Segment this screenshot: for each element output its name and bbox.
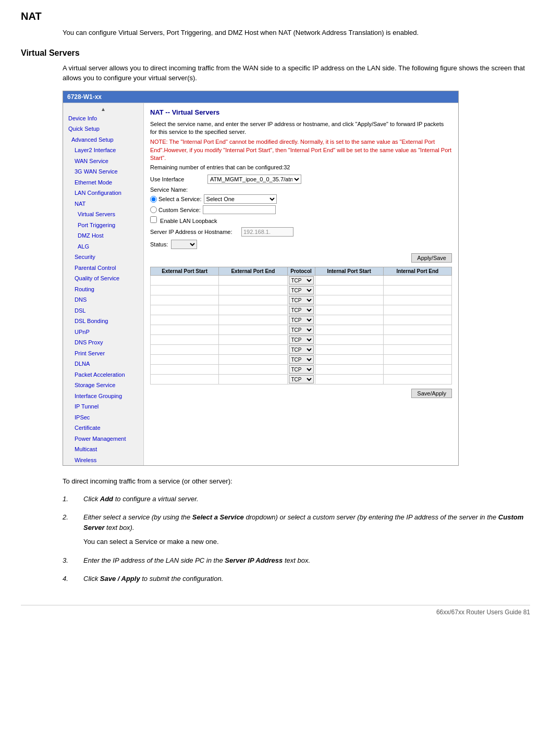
protocol-select[interactable]: TCP UDP TCP/UDP	[289, 336, 314, 344]
sidebar-item-security[interactable]: Security	[63, 252, 143, 263]
protocol-select[interactable]: TCP UDP TCP/UDP	[289, 296, 314, 304]
protocol-select[interactable]: TCP UDP TCP/UDP	[289, 286, 314, 294]
protocol-select[interactable]: TCP UDP TCP/UDP	[289, 345, 314, 354]
int-port-start-input[interactable]	[316, 347, 376, 353]
ext-port-end-input[interactable]	[220, 288, 279, 293]
sidebar-item-ip-tunnel[interactable]: IP Tunnel	[63, 401, 143, 412]
ext-port-end-input[interactable]	[220, 337, 279, 343]
protocol-select[interactable]: TCP UDP TCP/UDP	[289, 326, 314, 334]
ext-port-start-input[interactable]	[152, 288, 211, 293]
int-port-end-input[interactable]	[385, 278, 444, 283]
sidebar-item-dns-proxy[interactable]: DNS Proxy	[63, 337, 143, 348]
select-service-dropdown[interactable]: Select One	[204, 194, 277, 204]
sidebar-item-wan-service[interactable]: WAN Service	[63, 156, 143, 167]
protocol-select[interactable]: TCP UDP TCP/UDP	[289, 316, 314, 324]
ext-port-end-input[interactable]	[220, 347, 279, 353]
select-service-radio[interactable]	[150, 196, 157, 203]
use-interface-select[interactable]: ATM_MGMT_ipoe_0_0_35.7/atm0.2	[207, 175, 301, 184]
sidebar-item-nat[interactable]: NAT	[63, 199, 143, 209]
sidebar-item-alg[interactable]: ALG	[63, 241, 143, 252]
protocol-select[interactable]: TCP UDP TCP/UDP	[289, 306, 314, 314]
apply-save-button[interactable]: Apply/Save	[411, 253, 452, 263]
sidebar-item-quick-setup[interactable]: Quick Setup	[63, 123, 143, 134]
ext-port-start-input[interactable]	[152, 298, 211, 303]
int-port-start-input[interactable]	[316, 298, 376, 303]
ext-port-end-input[interactable]	[220, 307, 279, 313]
ext-port-start-input[interactable]	[152, 278, 211, 283]
sidebar-item-interface-grouping[interactable]: Interface Grouping	[63, 391, 143, 402]
ext-port-start-input[interactable]	[152, 347, 211, 353]
lan-loopback-checkbox[interactable]	[150, 216, 157, 223]
sidebar-item-certificate[interactable]: Certificate	[63, 423, 143, 433]
int-port-start-input[interactable]	[316, 327, 376, 333]
int-port-end-input[interactable]	[385, 337, 444, 343]
sidebar-item-3g-wan-service[interactable]: 3G WAN Service	[63, 166, 143, 177]
int-port-start-input[interactable]	[316, 307, 376, 313]
ext-port-end-input[interactable]	[220, 377, 279, 382]
ext-port-end-input[interactable]	[220, 357, 279, 363]
int-port-end-input[interactable]	[385, 357, 444, 363]
ext-port-end-input[interactable]	[220, 327, 279, 333]
int-port-end-input[interactable]	[385, 317, 444, 323]
ext-port-start-cell	[151, 365, 219, 375]
int-port-start-input[interactable]	[316, 377, 376, 382]
int-port-end-input[interactable]	[385, 298, 444, 303]
sidebar-item-dsl[interactable]: DSL	[63, 305, 143, 316]
int-port-start-input[interactable]	[316, 317, 376, 323]
ext-port-end-input[interactable]	[220, 298, 279, 303]
sidebar-item-ipsec[interactable]: IPSec	[63, 412, 143, 423]
ext-port-start-input[interactable]	[152, 367, 211, 373]
ext-port-end-input[interactable]	[220, 317, 279, 323]
int-port-start-input[interactable]	[316, 288, 376, 293]
int-port-end-input[interactable]	[385, 288, 444, 293]
sidebar-item-port-triggering[interactable]: Port Triggering	[63, 220, 143, 231]
ext-port-start-input[interactable]	[152, 307, 211, 313]
status-select[interactable]	[171, 240, 197, 249]
int-port-start-input[interactable]	[316, 278, 376, 283]
protocol-select[interactable]: TCP UDP TCP/UDP	[289, 375, 314, 383]
sidebar-item-power-management[interactable]: Power Management	[63, 433, 143, 444]
sidebar-item-device-info[interactable]: Device Info	[63, 113, 143, 124]
ext-port-end-input[interactable]	[220, 367, 279, 373]
sidebar-item-packet-acceleration[interactable]: Packet Acceleration	[63, 369, 143, 380]
ext-port-start-input[interactable]	[152, 357, 211, 363]
int-port-end-input[interactable]	[385, 327, 444, 333]
int-port-end-input[interactable]	[385, 377, 444, 382]
sidebar-item-advanced-setup[interactable]: Advanced Setup	[63, 134, 143, 145]
sidebar-item-dsl-bonding[interactable]: DSL Bonding	[63, 316, 143, 327]
sidebar-item-parental-control[interactable]: Parental Control	[63, 263, 143, 274]
sidebar-item-dmz-host[interactable]: DMZ Host	[63, 230, 143, 241]
save-apply-button[interactable]: Save/Apply	[411, 389, 452, 398]
sidebar-item-ethernet-mode[interactable]: Ethernet Mode	[63, 177, 143, 188]
protocol-select[interactable]: TCP UDP TCP/UDP	[289, 365, 314, 374]
protocol-select[interactable]: TCP UDP TCP/UDP	[289, 355, 314, 364]
sidebar-item-upnp[interactable]: UPnP	[63, 327, 143, 338]
ext-port-start-input[interactable]	[152, 317, 211, 323]
protocol-select[interactable]: TCP UDP TCP/UDP	[289, 276, 314, 284]
sidebar-item-storage-service[interactable]: Storage Service	[63, 380, 143, 391]
ext-port-end-input[interactable]	[220, 278, 279, 283]
intro-text: You can configure Virtual Servers, Port …	[63, 28, 530, 38]
server-ip-input[interactable]	[241, 227, 293, 237]
sidebar-item-wireless[interactable]: Wireless	[63, 455, 143, 466]
ext-port-start-input[interactable]	[152, 327, 211, 333]
int-port-start-input[interactable]	[316, 337, 376, 343]
sidebar-item-layer2-interface[interactable]: Layer2 Interface	[63, 145, 143, 156]
sidebar-item-dlna[interactable]: DLNA	[63, 358, 143, 369]
int-port-end-input[interactable]	[385, 307, 444, 313]
int-port-start-input[interactable]	[316, 357, 376, 363]
sidebar-item-lan-configuration[interactable]: LAN Configuration	[63, 188, 143, 199]
sidebar-item-dns[interactable]: DNS	[63, 294, 143, 305]
int-port-start-input[interactable]	[316, 367, 376, 373]
sidebar-item-routing[interactable]: Routing	[63, 284, 143, 295]
custom-service-input[interactable]	[203, 205, 276, 214]
sidebar-item-quality-of-service[interactable]: Quality of Service	[63, 273, 143, 284]
int-port-end-input[interactable]	[385, 367, 444, 373]
sidebar-item-virtual-servers[interactable]: Virtual Servers	[63, 209, 143, 220]
int-port-end-input[interactable]	[385, 347, 444, 353]
ext-port-start-input[interactable]	[152, 377, 211, 382]
sidebar-item-print-server[interactable]: Print Server	[63, 348, 143, 359]
custom-service-radio[interactable]	[150, 206, 157, 213]
sidebar-item-multicast[interactable]: Multicast	[63, 444, 143, 455]
ext-port-start-input[interactable]	[152, 337, 211, 343]
